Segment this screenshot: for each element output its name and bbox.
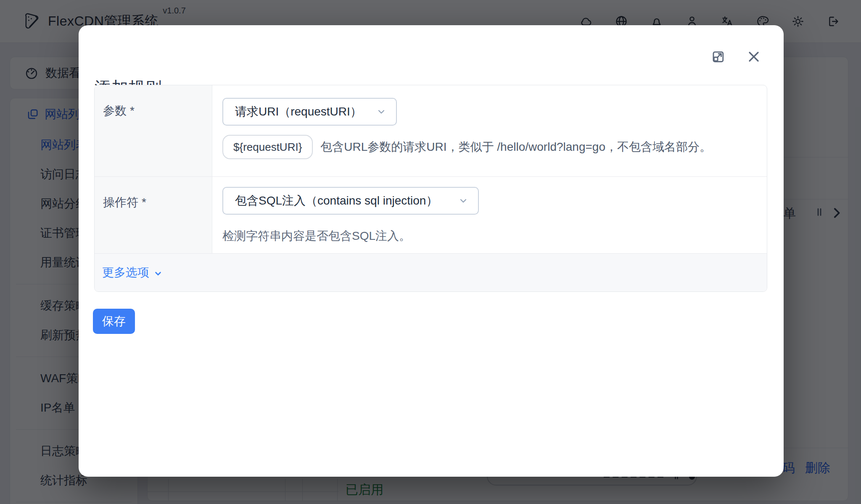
variable-badge: ${requestURI} [222,135,313,159]
chevron-down-icon [376,106,387,117]
chevron-down-icon [458,195,469,206]
parameter-field-cell: 请求URI（requestURI） ${requestURI} 包含URL参数的… [212,85,767,176]
screen: FlexCDN管理系统 v1.0.7 [0,0,861,504]
required-mark: * [142,196,146,209]
form-row-parameter: 参数* 请求URI（requestURI） ${requestURI} 包含UR… [95,85,767,177]
parameter-help-text: 包含URL参数的请求URI，类似于 /hello/world?lang=go，不… [320,139,711,155]
parameter-label: 参数* [95,85,212,176]
parameter-select[interactable]: 请求URI（requestURI） [222,98,397,126]
close-icon[interactable] [745,48,762,65]
operator-label: 操作符* [95,177,212,253]
operator-field-cell: 包含SQL注入（contains sql injection） 检测字符串内容是… [212,177,767,253]
chevron-down-icon [153,268,164,279]
more-options-link[interactable]: 更多选项 [102,265,164,281]
operator-select-value: 包含SQL注入（contains sql injection） [223,193,438,209]
parameter-select-value: 请求URI（requestURI） [223,104,362,120]
operator-help-text: 检测字符串内容是否包含SQL注入。 [222,228,767,244]
rule-form: 参数* 请求URI（requestURI） ${requestURI} 包含UR… [94,85,767,292]
parameter-help-row: ${requestURI} 包含URL参数的请求URI，类似于 /hello/w… [222,135,767,159]
form-row-operator: 操作符* 包含SQL注入（contains sql injection） 检测字… [95,177,767,254]
form-footer: 更多选项 [95,254,767,291]
maximize-icon[interactable] [710,49,726,65]
add-rule-dialog: 添加规则 参数* 请求URI（requestURI） [79,25,784,477]
required-mark: * [130,104,135,117]
operator-select[interactable]: 包含SQL注入（contains sql injection） [222,187,479,215]
save-button[interactable]: 保存 [93,309,135,334]
